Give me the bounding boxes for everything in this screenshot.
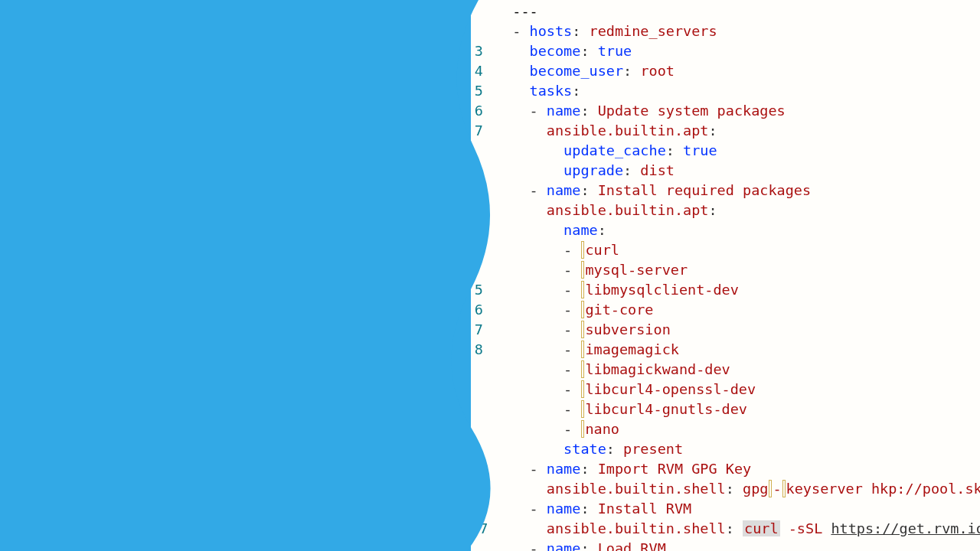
title: Redmine <box>57 170 490 234</box>
line-number <box>471 201 485 220</box>
line-number: 3 <box>471 41 485 61</box>
line-number <box>471 380 485 399</box>
code-line: - name: Install required packages <box>471 181 980 201</box>
code-line: 7 - subversion <box>471 320 980 340</box>
line-number: 6 <box>471 101 485 121</box>
line-number <box>471 2 485 21</box>
code-line: upgrade: dist <box>471 161 980 181</box>
line-number <box>471 181 485 201</box>
code-line: 5 ansible.builtin.shell: gpg-keyserver h… <box>471 479 980 499</box>
line-number: 8 <box>471 340 485 360</box>
code-line: state: present <box>471 439 980 459</box>
platform-label: Ubuntu LTS 22.04 <box>57 452 260 481</box>
code-line: 26 - name: Install RVM <box>471 499 980 519</box>
code-line: 6 - name: Update system packages <box>471 101 980 121</box>
line-number <box>471 399 485 419</box>
line-number: 26 <box>471 499 485 519</box>
line-number: 6 <box>471 300 485 320</box>
code-line: - name: Import RVM GPG Key <box>471 459 980 479</box>
code-line: 5 tasks: <box>471 81 980 101</box>
code-editor[interactable]: --- - hosts: redmine_servers 3 become: t… <box>471 0 980 551</box>
code-line: - nano <box>471 419 980 439</box>
code-line: - name: Load RVM <box>471 539 980 551</box>
code-line: --- <box>471 2 980 21</box>
code-line: 8 - imagemagick <box>471 340 980 360</box>
code-line: - libcurl4-gnutls-dev <box>471 399 980 419</box>
code-line: 3 become: true <box>471 41 980 61</box>
line-number <box>471 21 485 41</box>
code-line: update_cache: true <box>471 141 980 161</box>
code-line: 7 ansible.builtin.apt: <box>471 121 980 141</box>
code-line: - libmagickwand-dev <box>471 360 980 380</box>
code-line: - hosts: redmine_servers <box>471 21 980 41</box>
line-number <box>471 260 485 280</box>
line-number <box>471 240 485 260</box>
line-number: 7 <box>471 320 485 340</box>
code-line: 27 ansible.builtin.shell: curl -sSL http… <box>471 519 980 539</box>
code-line: - libcurl4-openssl-dev <box>471 380 980 399</box>
code-line: name: <box>471 220 980 240</box>
code-line: - mysql-server <box>471 260 980 280</box>
code-line: ansible.builtin.apt: <box>471 201 980 220</box>
line-number <box>471 360 485 380</box>
line-number <box>471 439 485 459</box>
line-number: 5 <box>471 479 485 499</box>
line-number: 7 <box>471 121 485 141</box>
line-number <box>471 459 485 479</box>
line-number: 4 <box>471 61 485 81</box>
code-content: --- - hosts: redmine_servers 3 become: t… <box>471 0 980 551</box>
title-panel: Playbook Redmine Ubuntu LTS 22.04 <box>0 0 490 551</box>
code-line: - curl <box>471 240 980 260</box>
line-number <box>471 419 485 439</box>
line-number <box>471 539 485 551</box>
line-number: 27 <box>471 519 485 539</box>
code-line: 6 - git-core <box>471 300 980 320</box>
line-number: 5 <box>471 81 485 101</box>
code-line: 5 - libmysqlclient-dev <box>471 280 980 300</box>
subtitle: Playbook <box>57 92 490 124</box>
line-number <box>471 220 485 240</box>
code-line: 4 become_user: root <box>471 61 980 81</box>
line-number <box>471 141 485 161</box>
line-number: 5 <box>471 280 485 300</box>
brushstroke-accent <box>52 383 360 419</box>
line-number <box>471 161 485 181</box>
